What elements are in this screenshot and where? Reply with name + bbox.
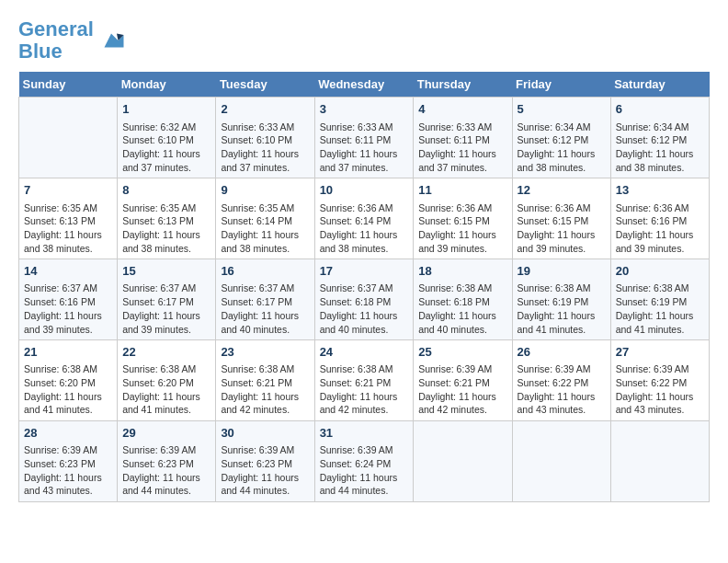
day-content: Sunrise: 6:35 AM Sunset: 6:13 PM Dayligh…	[24, 201, 112, 256]
day-content: Sunrise: 6:33 AM Sunset: 6:11 PM Dayligh…	[320, 121, 409, 175]
day-content: Sunrise: 6:32 AM Sunset: 6:10 PM Dayligh…	[122, 121, 210, 175]
calendar-cell: 3Sunrise: 6:33 AM Sunset: 6:11 PM Daylig…	[314, 98, 414, 178]
calendar-cell: 9Sunrise: 6:35 AM Sunset: 6:14 PM Daylig…	[216, 178, 314, 259]
day-content: Sunrise: 6:39 AM Sunset: 6:24 PM Dayligh…	[320, 443, 409, 498]
day-number: 31	[320, 425, 409, 442]
day-content: Sunrise: 6:36 AM Sunset: 6:14 PM Dayligh…	[320, 201, 409, 256]
day-content: Sunrise: 6:33 AM Sunset: 6:11 PM Dayligh…	[418, 121, 506, 175]
calendar-cell: 11Sunrise: 6:36 AM Sunset: 6:15 PM Dayli…	[414, 178, 512, 259]
week-row-1: 1Sunrise: 6:32 AM Sunset: 6:10 PM Daylig…	[19, 98, 710, 178]
day-number: 4	[418, 101, 506, 118]
day-content: Sunrise: 6:36 AM Sunset: 6:15 PM Dayligh…	[518, 201, 606, 256]
day-number: 28	[24, 425, 112, 442]
day-content: Sunrise: 6:35 AM Sunset: 6:13 PM Dayligh…	[122, 201, 210, 256]
day-number: 14	[24, 263, 112, 280]
col-header-saturday: Saturday	[610, 72, 709, 98]
day-content: Sunrise: 6:38 AM Sunset: 6:20 PM Dayligh…	[24, 362, 112, 417]
day-content: Sunrise: 6:38 AM Sunset: 6:21 PM Dayligh…	[320, 362, 409, 417]
day-number: 21	[24, 344, 112, 361]
calendar-cell: 7Sunrise: 6:35 AM Sunset: 6:13 PM Daylig…	[19, 178, 118, 259]
col-header-thursday: Thursday	[414, 72, 512, 98]
day-number: 20	[616, 263, 704, 280]
calendar-cell: 16Sunrise: 6:37 AM Sunset: 6:17 PM Dayli…	[216, 259, 314, 340]
day-number: 18	[418, 263, 506, 280]
day-content: Sunrise: 6:38 AM Sunset: 6:18 PM Dayligh…	[418, 282, 506, 336]
calendar-cell: 23Sunrise: 6:38 AM Sunset: 6:21 PM Dayli…	[216, 340, 314, 421]
day-number: 3	[320, 101, 409, 118]
day-number: 26	[518, 344, 606, 361]
calendar-cell	[610, 421, 709, 502]
calendar-cell: 28Sunrise: 6:39 AM Sunset: 6:23 PM Dayli…	[19, 421, 118, 502]
day-number: 19	[518, 263, 606, 280]
header-row: SundayMondayTuesdayWednesdayThursdayFrid…	[19, 72, 710, 98]
day-number: 2	[221, 101, 309, 118]
week-row-3: 14Sunrise: 6:37 AM Sunset: 6:16 PM Dayli…	[19, 259, 710, 340]
calendar-cell: 18Sunrise: 6:38 AM Sunset: 6:18 PM Dayli…	[414, 259, 512, 340]
calendar-cell: 22Sunrise: 6:38 AM Sunset: 6:20 PM Dayli…	[118, 340, 216, 421]
col-header-wednesday: Wednesday	[314, 72, 414, 98]
week-row-2: 7Sunrise: 6:35 AM Sunset: 6:13 PM Daylig…	[19, 178, 710, 259]
col-header-monday: Monday	[118, 72, 216, 98]
calendar-cell: 4Sunrise: 6:33 AM Sunset: 6:11 PM Daylig…	[414, 98, 512, 178]
calendar-cell: 31Sunrise: 6:39 AM Sunset: 6:24 PM Dayli…	[314, 421, 414, 502]
calendar-cell: 10Sunrise: 6:36 AM Sunset: 6:14 PM Dayli…	[314, 178, 414, 259]
day-content: Sunrise: 6:39 AM Sunset: 6:23 PM Dayligh…	[24, 443, 112, 498]
week-row-5: 28Sunrise: 6:39 AM Sunset: 6:23 PM Dayli…	[19, 421, 710, 502]
calendar-cell	[414, 421, 512, 502]
day-content: Sunrise: 6:38 AM Sunset: 6:19 PM Dayligh…	[616, 282, 704, 336]
logo-icon	[97, 27, 125, 54]
day-number: 9	[221, 182, 309, 199]
day-number: 27	[616, 344, 704, 361]
day-number: 13	[616, 182, 704, 199]
day-number: 10	[320, 182, 409, 199]
day-content: Sunrise: 6:39 AM Sunset: 6:22 PM Dayligh…	[616, 362, 704, 417]
day-number: 7	[24, 182, 112, 199]
day-content: Sunrise: 6:39 AM Sunset: 6:23 PM Dayligh…	[221, 443, 309, 498]
calendar-cell: 24Sunrise: 6:38 AM Sunset: 6:21 PM Dayli…	[314, 340, 414, 421]
calendar-cell: 19Sunrise: 6:38 AM Sunset: 6:19 PM Dayli…	[512, 259, 610, 340]
calendar-cell: 26Sunrise: 6:39 AM Sunset: 6:22 PM Dayli…	[512, 340, 610, 421]
calendar-cell: 14Sunrise: 6:37 AM Sunset: 6:16 PM Dayli…	[19, 259, 118, 340]
day-number: 30	[221, 425, 309, 442]
day-number: 29	[122, 425, 210, 442]
calendar-cell: 27Sunrise: 6:39 AM Sunset: 6:22 PM Dayli…	[610, 340, 709, 421]
week-row-4: 21Sunrise: 6:38 AM Sunset: 6:20 PM Dayli…	[19, 340, 710, 421]
calendar-cell: 25Sunrise: 6:39 AM Sunset: 6:21 PM Dayli…	[414, 340, 512, 421]
day-content: Sunrise: 6:34 AM Sunset: 6:12 PM Dayligh…	[616, 121, 704, 175]
day-content: Sunrise: 6:37 AM Sunset: 6:18 PM Dayligh…	[320, 282, 409, 336]
day-number: 24	[320, 344, 409, 361]
day-number: 25	[418, 344, 506, 361]
day-content: Sunrise: 6:38 AM Sunset: 6:19 PM Dayligh…	[518, 282, 606, 336]
day-content: Sunrise: 6:37 AM Sunset: 6:17 PM Dayligh…	[221, 282, 309, 336]
day-number: 17	[320, 263, 409, 280]
calendar-cell: 6Sunrise: 6:34 AM Sunset: 6:12 PM Daylig…	[610, 98, 709, 178]
day-number: 5	[518, 101, 606, 118]
calendar-cell: 12Sunrise: 6:36 AM Sunset: 6:15 PM Dayli…	[512, 178, 610, 259]
logo-text: GeneralBlue	[18, 18, 94, 63]
day-content: Sunrise: 6:39 AM Sunset: 6:23 PM Dayligh…	[122, 443, 210, 498]
day-number: 1	[122, 101, 210, 118]
day-content: Sunrise: 6:39 AM Sunset: 6:22 PM Dayligh…	[518, 362, 606, 417]
col-header-friday: Friday	[512, 72, 610, 98]
calendar-cell: 15Sunrise: 6:37 AM Sunset: 6:17 PM Dayli…	[118, 259, 216, 340]
day-number: 22	[122, 344, 210, 361]
calendar-cell: 5Sunrise: 6:34 AM Sunset: 6:12 PM Daylig…	[512, 98, 610, 178]
day-number: 15	[122, 263, 210, 280]
calendar-cell: 17Sunrise: 6:37 AM Sunset: 6:18 PM Dayli…	[314, 259, 414, 340]
calendar-cell: 20Sunrise: 6:38 AM Sunset: 6:19 PM Dayli…	[610, 259, 709, 340]
day-content: Sunrise: 6:34 AM Sunset: 6:12 PM Dayligh…	[518, 121, 606, 175]
logo: GeneralBlue	[18, 18, 125, 63]
calendar-cell	[19, 98, 118, 178]
day-content: Sunrise: 6:37 AM Sunset: 6:17 PM Dayligh…	[122, 282, 210, 336]
calendar-cell: 30Sunrise: 6:39 AM Sunset: 6:23 PM Dayli…	[216, 421, 314, 502]
day-number: 11	[418, 182, 506, 199]
day-content: Sunrise: 6:33 AM Sunset: 6:10 PM Dayligh…	[221, 121, 309, 175]
day-content: Sunrise: 6:39 AM Sunset: 6:21 PM Dayligh…	[418, 362, 506, 417]
calendar-cell: 29Sunrise: 6:39 AM Sunset: 6:23 PM Dayli…	[118, 421, 216, 502]
day-number: 16	[221, 263, 309, 280]
day-number: 8	[122, 182, 210, 199]
day-content: Sunrise: 6:38 AM Sunset: 6:21 PM Dayligh…	[221, 362, 309, 417]
day-number: 23	[221, 344, 309, 361]
calendar-cell: 1Sunrise: 6:32 AM Sunset: 6:10 PM Daylig…	[118, 98, 216, 178]
col-header-sunday: Sunday	[19, 72, 118, 98]
